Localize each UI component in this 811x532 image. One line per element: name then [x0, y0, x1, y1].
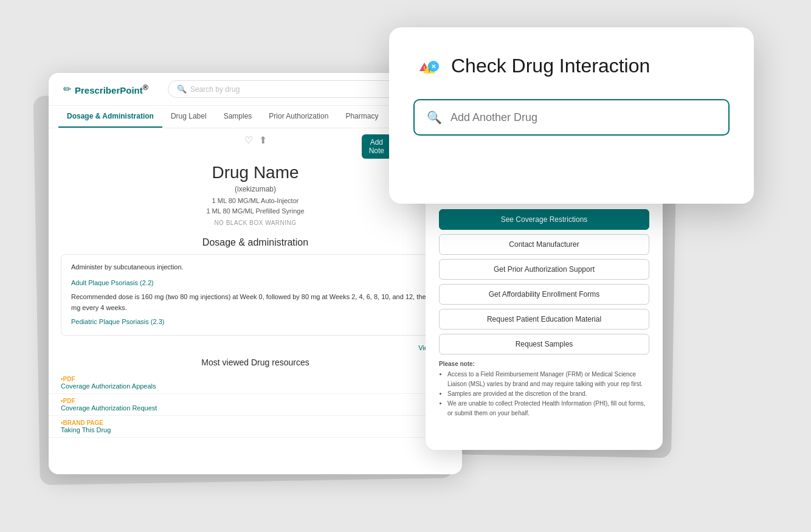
modal-search-icon: 🔍 [427, 110, 442, 125]
dosage-text: Administer by subcutaneous injection. [71, 262, 440, 273]
prior-auth-support-button[interactable]: Get Prior Authorization Support [439, 259, 649, 280]
see-coverage-button[interactable]: See Coverage Restrictions [439, 209, 649, 230]
resource-info-2: •BRAND PAGE Taking This Drug [61, 420, 111, 434]
tab-dosage-administration[interactable]: Dosage & Administration [58, 106, 162, 128]
modal-header: ! ! ✕ Check Drug Interaction [413, 49, 730, 82]
pen-icon: ✏ [63, 83, 71, 95]
drug-form2: 1 ML 80 MG/ML Prefilled Syringe [63, 206, 447, 216]
resource-tag-0: •PDF [61, 376, 156, 382]
resource-tag-2: •BRAND PAGE [61, 420, 111, 426]
favorite-icon[interactable]: ♡ [244, 134, 253, 146]
tab-samples[interactable]: Samples [215, 106, 261, 128]
affordability-button[interactable]: Get Affordability Enrollment Forms [439, 284, 649, 305]
dosage-content: Administer by subcutaneous injection. Ad… [61, 254, 450, 336]
resource-name-0: Coverage Authorization Appeals [61, 382, 156, 390]
right-panel: Can't find what you're looking for? Our … [426, 170, 663, 450]
resource-info: •PDF Coverage Authorization Appeals [61, 376, 156, 390]
resource-name-2: Taking This Drug [61, 426, 111, 434]
patient-education-button[interactable]: Request Patient Education Material [439, 309, 649, 330]
dosage-detail: Recommended dose is 160 mg (two 80 mg in… [71, 292, 440, 313]
search-icon: 🔍 [177, 85, 187, 94]
tab-prior-auth[interactable]: Prior Authorization [260, 106, 337, 128]
dosage-condition1[interactable]: Adult Plaque Psoriasis (2.2) [71, 278, 440, 289]
note-item-0: Access to a Field Reimbursement Manager … [447, 370, 649, 389]
please-note-title: Please note: [439, 361, 649, 367]
svg-text:!: ! [424, 65, 426, 71]
add-note-button[interactable]: Add Note [362, 134, 392, 159]
resource-name-1: Coverage Authorization Request [61, 404, 157, 412]
note-item-2: We are unable to collect Protected Healt… [447, 399, 649, 418]
logo-brand: Point [120, 85, 143, 95]
dosage-section-title: Dosage & administration [49, 237, 462, 248]
modal-title: Check Drug Interaction [451, 55, 650, 77]
search-text: Search by drug [190, 85, 240, 94]
note-item-1: Samples are provided at the discretion o… [447, 389, 649, 399]
interaction-icon: ! ! ✕ [413, 49, 443, 82]
modal-search-box[interactable]: 🔍 [413, 99, 730, 136]
no-warning: NO BLACK BOX WARNING [63, 219, 447, 226]
tab-drug-label[interactable]: Drug Label [162, 106, 215, 128]
logo-text: PrescriberPoint® [75, 83, 148, 95]
resource-item-2[interactable]: •BRAND PAGE Taking This Drug ⊞ ⬆ [49, 416, 462, 438]
resource-item-1[interactable]: •PDF Coverage Authorization Request ⬇ ⬆ [49, 394, 462, 416]
resource-item-0[interactable]: •PDF Coverage Authorization Appeals ⬇ ⬆ [49, 372, 462, 394]
tab-pharmacy[interactable]: Pharmacy [337, 106, 387, 128]
drug-interaction-modal: ! ! ✕ Check Drug Interaction 🔍 [389, 27, 754, 204]
request-samples-button[interactable]: Request Samples [439, 334, 649, 354]
share-icon[interactable]: ⬆ [259, 134, 267, 146]
svg-text:!: ! [429, 67, 430, 74]
resource-tag-1: •PDF [61, 398, 157, 404]
logo: ✏ PrescriberPoint® [63, 83, 148, 95]
please-note-list: Access to a Field Reimbursement Manager … [439, 370, 649, 418]
resource-info-1: •PDF Coverage Authorization Request [61, 398, 157, 412]
add-drug-input[interactable] [450, 111, 716, 124]
dosage-condition2[interactable]: Pediatric Plaque Psoriasis (2.3) [71, 317, 440, 328]
drug-form1: 1 ML 80 MG/ML Auto-Injector [63, 196, 447, 206]
logo-registered: ® [143, 83, 148, 92]
contact-manufacturer-button[interactable]: Contact Manufacturer [439, 234, 649, 255]
svg-text:✕: ✕ [431, 63, 436, 70]
view-more[interactable]: View more [49, 342, 462, 353]
please-note: Please note: Access to a Field Reimburse… [439, 361, 649, 418]
resources-title: Most viewed Drug resources [49, 358, 462, 367]
